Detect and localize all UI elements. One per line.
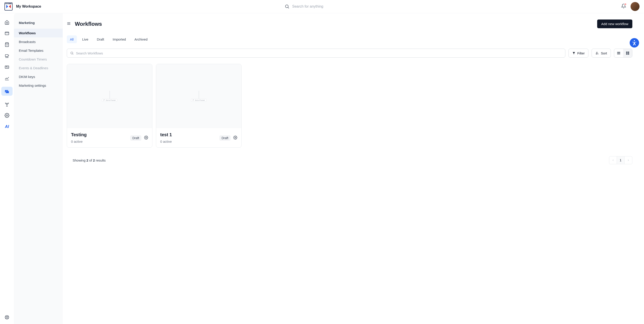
app-logo[interactable] bbox=[4, 2, 12, 10]
results-text: Showing 2 of 2 results bbox=[72, 158, 106, 162]
svg-point-26 bbox=[6, 316, 8, 318]
card-preview: End of Funnel bbox=[67, 64, 152, 128]
svg-point-3 bbox=[8, 4, 8, 4]
svg-rect-19 bbox=[6, 91, 9, 93]
nav-marketing[interactable] bbox=[1, 87, 12, 96]
workflow-search-input[interactable] bbox=[76, 51, 562, 55]
nav-products[interactable] bbox=[4, 42, 10, 47]
sidebar-item-workflows[interactable]: Workflows bbox=[14, 29, 63, 38]
tab-draft[interactable]: Draft bbox=[94, 36, 107, 43]
add-workflow-button[interactable]: Add new workflow bbox=[597, 20, 632, 28]
grid-icon bbox=[626, 51, 630, 55]
main-content: Workflows Add new workflow All Live Draf… bbox=[63, 13, 644, 324]
card-settings-button[interactable] bbox=[233, 136, 237, 140]
nav-growth[interactable] bbox=[4, 102, 10, 107]
svg-line-31 bbox=[72, 54, 73, 54]
nav-pages[interactable] bbox=[4, 31, 10, 36]
status-badge: Draft bbox=[219, 135, 230, 141]
filter-tabs: All Live Draft Imported Archived bbox=[67, 36, 632, 43]
sort-label: Sort bbox=[601, 51, 607, 55]
nav-help[interactable] bbox=[4, 314, 10, 320]
svg-rect-38 bbox=[628, 52, 629, 53]
card-title: Testing bbox=[71, 132, 130, 137]
chevron-left-icon bbox=[612, 159, 614, 162]
view-toggle bbox=[614, 48, 632, 58]
notifications-button[interactable] bbox=[621, 4, 626, 10]
sort-icon bbox=[596, 51, 599, 55]
svg-rect-37 bbox=[626, 52, 628, 53]
tab-all[interactable]: All bbox=[67, 36, 77, 43]
svg-point-14 bbox=[6, 66, 7, 67]
tab-imported[interactable]: Imported bbox=[110, 36, 129, 43]
card-active-count: 0 active bbox=[160, 140, 219, 144]
svg-rect-36 bbox=[617, 54, 620, 54]
svg-point-20 bbox=[6, 115, 8, 116]
analytics-icon bbox=[4, 76, 10, 81]
nav-analytics[interactable] bbox=[4, 76, 10, 81]
workflow-cards: End of Funnel Testing 0 active Draft bbox=[67, 64, 632, 148]
global-search[interactable] bbox=[284, 4, 360, 9]
nav-settings[interactable] bbox=[4, 113, 10, 118]
cart-icon bbox=[4, 53, 10, 58]
chevron-right-icon bbox=[627, 159, 630, 162]
hamburger-icon bbox=[67, 22, 71, 26]
sidebar-item-broadcasts[interactable]: Broadcasts bbox=[14, 38, 63, 46]
notification-dot bbox=[624, 3, 626, 6]
sort-button[interactable]: Sort bbox=[592, 48, 611, 58]
card-settings-button[interactable] bbox=[144, 136, 148, 140]
svg-point-30 bbox=[71, 52, 73, 54]
logo-icon bbox=[6, 3, 12, 10]
workflow-card[interactable]: End of Funnel Testing 0 active Draft bbox=[67, 64, 152, 148]
search-icon bbox=[70, 51, 74, 55]
preview-end-label: End of Funnel bbox=[102, 99, 117, 102]
search-icon bbox=[284, 4, 290, 9]
sidebar-item-email-templates[interactable]: Email Templates bbox=[14, 46, 63, 55]
svg-point-45 bbox=[634, 40, 635, 41]
status-badge: Draft bbox=[130, 135, 142, 141]
svg-point-42 bbox=[146, 137, 147, 138]
tab-archived[interactable]: Archived bbox=[131, 36, 150, 43]
gear-icon bbox=[233, 136, 237, 140]
nav-home[interactable] bbox=[4, 20, 10, 25]
help-icon bbox=[4, 315, 10, 320]
workflow-search[interactable] bbox=[67, 48, 565, 58]
next-page-button[interactable] bbox=[624, 156, 632, 164]
svg-line-22 bbox=[6, 316, 6, 316]
accessibility-button[interactable] bbox=[630, 38, 639, 48]
sidebar-toggle[interactable] bbox=[67, 22, 71, 26]
prev-page-button[interactable] bbox=[609, 156, 617, 164]
page-title: Workflows bbox=[75, 21, 102, 27]
svg-point-2 bbox=[7, 4, 8, 4]
svg-point-4 bbox=[286, 5, 288, 8]
gear-icon bbox=[144, 136, 148, 140]
nav-contacts[interactable] bbox=[4, 64, 10, 70]
page-number[interactable]: 1 bbox=[617, 156, 624, 164]
workspace-name[interactable]: My Workspace bbox=[16, 4, 41, 8]
svg-point-11 bbox=[8, 57, 8, 58]
preview-end-label: End of Funnel bbox=[191, 99, 206, 102]
filter-icon bbox=[572, 52, 576, 55]
svg-rect-43 bbox=[193, 100, 193, 101]
user-avatar[interactable] bbox=[630, 2, 640, 11]
accessibility-icon bbox=[631, 40, 638, 46]
svg-rect-13 bbox=[5, 66, 9, 68]
sidebar-item-dkim-keys[interactable]: DKIM keys bbox=[14, 72, 63, 81]
email-icon bbox=[4, 88, 10, 94]
filter-button[interactable]: Filter bbox=[568, 48, 588, 58]
secondary-sidebar: Marketing Workflows Broadcasts Email Tem… bbox=[14, 13, 63, 324]
svg-line-25 bbox=[8, 318, 8, 319]
top-header: My Workspace bbox=[0, 0, 644, 13]
nav-orders[interactable] bbox=[4, 53, 10, 58]
workflow-card[interactable]: End of Funnel test 1 0 active Draft bbox=[156, 64, 242, 148]
sidebar-title: Marketing bbox=[14, 21, 63, 29]
list-view-button[interactable] bbox=[614, 49, 623, 57]
nav-ai[interactable]: AI bbox=[4, 124, 10, 129]
svg-rect-41 bbox=[104, 100, 104, 101]
global-search-input[interactable] bbox=[292, 4, 360, 8]
tab-live[interactable]: Live bbox=[79, 36, 92, 43]
svg-point-1 bbox=[6, 4, 7, 4]
sidebar-item-marketing-settings[interactable]: Marketing settings bbox=[14, 81, 63, 90]
grid-view-button[interactable] bbox=[623, 49, 632, 57]
plant-icon bbox=[4, 102, 10, 107]
card-active-count: 0 active bbox=[71, 140, 130, 144]
